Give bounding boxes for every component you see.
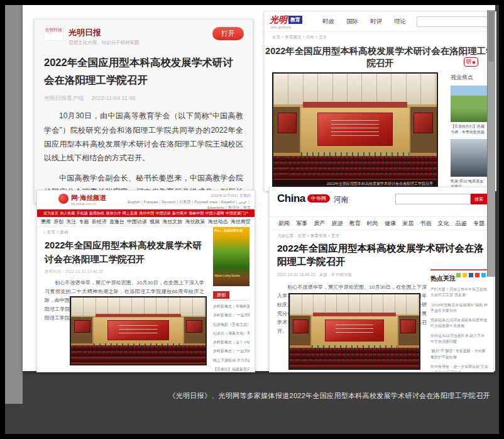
grassland-thumbnail[interactable] [451, 86, 487, 122]
hq-date: 2022年11月03日 星期四 [211, 193, 251, 199]
hq-redbar-item[interactable]: 设为首页 [43, 209, 58, 217]
henan-nav-item[interactable]: 时尚 [367, 217, 378, 230]
hq-original-list: 乡村影像志｜常顺村观日出乡村影像志｜“一起同框”纪录电影《王者之战》定档纪录片《… [213, 304, 249, 372]
china-net-logo-icon [58, 194, 68, 204]
hq-nav-item[interactable]: 要闻 [41, 217, 51, 226]
hq-redbar-item[interactable]: 手机版 [77, 209, 88, 217]
gmw-nav-item[interactable]: 时评 [370, 18, 382, 26]
hot-topic-item[interactable]: 国家税务总局河南省税务局发布便民办税缴费十条措施 [430, 318, 488, 330]
hq-nav-item[interactable]: 海丝动态 [208, 217, 228, 226]
gmrb-time: 2022-11-04 11:48 [92, 95, 136, 101]
hq-brand: 网·海丝频道 [71, 194, 106, 203]
hq-nav-item[interactable]: 直播台 [109, 217, 124, 226]
listen-icon: ◉ [472, 60, 476, 64]
hq-nav-item[interactable]: 新经济 [92, 217, 107, 226]
magazine-cover-thumbnail[interactable]: 丹心，总能创造奇迹 Alpine-Living Stories [213, 227, 249, 286]
hq-original-tag: 原创 [213, 291, 229, 299]
gmw-search-input[interactable] [417, 16, 491, 27]
hq-nav-item[interactable]: 专题 [79, 217, 89, 226]
henan-search-button[interactable]: 搜索 [471, 194, 487, 204]
left-gutter [5, 5, 23, 404]
open-app-button[interactable]: 打开 [212, 27, 244, 40]
railway-thumbnail[interactable] [451, 139, 487, 177]
scrollbar-thumb[interactable] [488, 11, 494, 62]
hq-redbar-item[interactable]: 新闻热线 [89, 209, 104, 217]
hot-topic-item[interactable]: 郑州食博会：进一步保障百姓“舌尖上的安全”落到实处 [430, 364, 488, 372]
henan-nav-item[interactable]: 教育 [349, 217, 361, 230]
hq-language-links[interactable]: English｜Français｜Deutsch｜日本語｜Русский язы… [116, 199, 251, 211]
henan-nav-item[interactable]: 房产 [314, 217, 325, 230]
henan-article-title: 2022年全国应用型本科高校发展学术研讨会在洛阳理工学院召开 [277, 242, 486, 269]
gmw-nav-item[interactable]: 理论 [394, 18, 406, 26]
hq-original-list-item[interactable]: 乡村影像志｜“一起同框” [213, 313, 249, 318]
hq-nav-item[interactable]: 海丝文旅 [162, 217, 182, 226]
henan-article-meta: 2022-10-31 16:49:22 来源：中华网河南 [277, 272, 352, 278]
panel-guangming-daily: 光明日报 光明日报 思想文化大报，知识分子精神家园 打开 2022年全国应用型本… [34, 19, 253, 204]
gmw-url: edu.gmw.cn [271, 25, 291, 29]
henan-nav-item[interactable]: 专题 [473, 217, 485, 230]
hq-redbar-item[interactable]: 加入收藏 [60, 209, 75, 217]
hq-original-list-item[interactable]: 纪录电影《王者之战》定档 [213, 322, 249, 328]
henan-header: China中华网河南 搜索 [270, 187, 493, 211]
henan-nav-item[interactable]: 书画 [420, 217, 431, 230]
hq-original-list-item[interactable]: 乡村影像志｜这个小镇有故事 [213, 340, 249, 345]
hq-url: hq.china.com.cn [71, 202, 96, 206]
hot-topic-item[interactable]: “解封”不“解防” 专家提醒：外出聚餐防护不能松懈 [430, 348, 488, 360]
henan-nav-item[interactable]: 新闻 [278, 217, 290, 230]
henan-sidebar: 热点关注 严打欠薪！河南公布今年第三批拖欠农民工工资“黑名单”“2019中国最具… [430, 269, 488, 372]
henan-nav-item[interactable]: 文化 [438, 217, 449, 230]
gmw-sidebar: 视觉焦点 【草原牧区行】西藏当雄：冬季牧歌悠扬 铁路“双11”电商黄金周开启 [451, 74, 487, 191]
hq-original-list-item[interactable]: 线上下游联动 齐力共建 [213, 358, 249, 364]
panel-gmw-education: 光明教育 edu.gmw.cn 时政国际时评理论文化科技教育 首页 > 教育频道… [264, 11, 496, 191]
henan-breadcrumb[interactable]: 当前位置：首页 > 教育资讯 > 正文 [270, 230, 493, 239]
hq-original-list-item[interactable]: 乡村影像志｜常顺村观日出 [213, 304, 249, 309]
gmrb-source: 光明日报客户端 [44, 95, 84, 101]
panel-china-henan: China中华网河南 搜索 新闻军事房产旅游教育时尚健康家居书画文化品鉴专题 当… [269, 187, 494, 372]
gmrb-article-meta: 光明日报客户端 2022-11-04 11:48 [44, 94, 243, 103]
hot-topic-item[interactable]: 郑州追加15万张惠民券 助力下半年文旅消费回暖 [430, 333, 488, 345]
hq-original-list-item[interactable]: 乡村影像志｜“一起同框” [213, 348, 249, 354]
hq-original-list-item[interactable]: 【音画坊】福建新星闪耀 [213, 367, 249, 372]
gmw-sidebar-title: 视觉焦点 [451, 74, 487, 82]
hq-nav-item[interactable]: 关注 [66, 217, 76, 226]
gmw-article-title: 2022年全国应用型本科高校发展学术研讨会在洛阳理工学院召开 [265, 45, 496, 69]
hq-nav-item[interactable]: 海丝政策 [185, 217, 205, 226]
hq-original-list-item[interactable]: 纪录片《薄暮大地》开机 [213, 331, 249, 336]
hq-nav-item[interactable]: 视频 [150, 217, 160, 226]
hq-nav: 要闻原创关注专题新经济直播台中国访谈视频海丝文旅海丝政策海丝动态海丝商贸 [37, 217, 255, 227]
henan-nav-item[interactable]: 家居 [402, 217, 414, 230]
hq-article-title: 2022年全国应用型本科高校发展学术研讨会在洛阳理工学院召开 [45, 239, 205, 267]
panel-china-net: 网·海丝频道 hq.china.com.cn 2022年11月03日 星期四 E… [36, 190, 255, 372]
listen-button[interactable]: 听◉ [464, 57, 478, 67]
gmrb-article-title: 2022年全国应用型本科高校发展学术研讨会在洛阳理工学院召开 [44, 54, 243, 89]
hq-nav-item[interactable]: 中国访谈 [127, 217, 147, 226]
gmw-edu-badge: 教育 [288, 16, 302, 24]
gmw-breadcrumb[interactable]: 首页 > 教育频道 > 高校 > 正文 [265, 31, 496, 40]
gmrb-paragraph-1: 10月30日，由中国高等教育学会（以下简称“中国高教学会”）院校研究分会和洛阳理… [44, 109, 243, 165]
viewer-stage: 光明日报 光明日报 思想文化大报，知识分子精神家园 打开 2022年全国应用型本… [5, 5, 499, 434]
gmw-sidebar-caption-1[interactable]: 【草原牧区行】西藏当雄：冬季牧歌悠扬 [451, 124, 487, 135]
cover-subtitle: Alpine-Living Stories [214, 274, 240, 277]
hot-topics-list: 严打欠薪！河南公布今年第三批拖欠农民工工资“黑名单”“2019中国最具幸福感城市… [430, 287, 488, 372]
henan-nav-item[interactable]: 军事 [296, 217, 307, 230]
china-logo: China [277, 192, 305, 204]
henan-search-input[interactable] [395, 194, 471, 204]
henan-nav-item[interactable]: 旅游 [332, 217, 343, 230]
gmrb-brand-name: 光明日报 [68, 27, 140, 38]
hq-nav-item[interactable]: 原创 [53, 217, 63, 226]
conference-photo-bottom [288, 293, 420, 370]
henan-search: 搜索 [395, 194, 487, 204]
hot-topic-item[interactable]: “2019中国最具幸福感城市”揭晓 种子选手齐聚郑州 [430, 303, 488, 314]
gmw-nav-item[interactable]: 国际 [346, 18, 358, 26]
collage-caption: 《光明日报》、光明网等多家媒体报道2022年全国应用型本科高校发展学术研讨会在洛… [168, 391, 490, 401]
hot-topic-item[interactable]: 严打欠薪！河南公布今年第三批拖欠农民工工资“黑名单” [430, 287, 488, 299]
henan-nav-item[interactable]: 健康 [385, 217, 396, 230]
gmw-nav-item[interactable]: 时政 [322, 18, 334, 26]
hq-nav-item[interactable]: 海丝商贸 [231, 217, 251, 226]
gmw-logo: 光明教育 [270, 14, 302, 26]
hot-topics-title: 热点关注 [430, 274, 488, 283]
conference-photo-large: 2022年全国应用型本科高校发展学术研讨会在洛阳理工学院召开 [272, 72, 438, 189]
collage-scrollbar[interactable] [487, 10, 495, 277]
henan-nav-item[interactable]: 品鉴 [456, 217, 467, 230]
henan-nav: 新闻军事房产旅游教育时尚健康家居书画文化品鉴专题 [270, 216, 493, 230]
